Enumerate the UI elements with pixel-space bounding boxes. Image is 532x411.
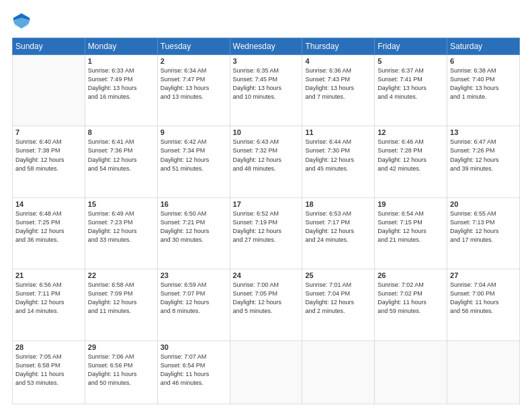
day-info: Sunrise: 6:56 AM Sunset: 7:11 PM Dayligh… [15, 281, 82, 316]
day-info: Sunrise: 6:50 AM Sunset: 7:21 PM Dayligh… [161, 210, 227, 244]
day-info: Sunrise: 6:55 AM Sunset: 7:13 PM Dayligh… [450, 210, 517, 244]
calendar-cell [375, 340, 447, 404]
calendar-cell: 11Sunrise: 6:44 AM Sunset: 7:30 PM Dayli… [302, 126, 375, 197]
day-number: 13 [450, 128, 517, 136]
day-info: Sunrise: 7:01 AM Sunset: 7:04 PM Dayligh… [305, 281, 371, 316]
day-info: Sunrise: 6:52 AM Sunset: 7:19 PM Dayligh… [233, 210, 300, 244]
calendar-cell: 30Sunrise: 7:07 AM Sunset: 6:54 PM Dayli… [157, 340, 230, 404]
day-number: 22 [88, 271, 154, 279]
day-number: 10 [233, 128, 300, 136]
calendar-cell [230, 340, 302, 404]
day-number: 19 [378, 200, 444, 208]
logo [12, 12, 34, 31]
day-info: Sunrise: 6:43 AM Sunset: 7:32 PM Dayligh… [233, 138, 300, 173]
calendar-week-row: 28Sunrise: 7:05 AM Sunset: 6:58 PM Dayli… [13, 340, 520, 404]
header [12, 12, 520, 31]
day-info: Sunrise: 6:35 AM Sunset: 7:45 PM Dayligh… [233, 66, 300, 101]
day-info: Sunrise: 6:40 AM Sunset: 7:38 PM Dayligh… [15, 138, 82, 173]
calendar-cell [302, 340, 375, 404]
day-number: 30 [161, 343, 227, 351]
calendar-cell: 26Sunrise: 7:02 AM Sunset: 7:02 PM Dayli… [375, 269, 447, 340]
day-info: Sunrise: 6:47 AM Sunset: 7:26 PM Dayligh… [450, 138, 517, 173]
day-number: 20 [450, 200, 517, 208]
calendar-week-row: 7Sunrise: 6:40 AM Sunset: 7:38 PM Daylig… [13, 126, 520, 197]
calendar-week-row: 1Sunrise: 6:33 AM Sunset: 7:49 PM Daylig… [13, 55, 520, 126]
day-info: Sunrise: 7:00 AM Sunset: 7:05 PM Dayligh… [233, 281, 300, 316]
day-info: Sunrise: 6:54 AM Sunset: 7:15 PM Dayligh… [378, 210, 444, 244]
calendar-cell: 18Sunrise: 6:53 AM Sunset: 7:17 PM Dayli… [302, 197, 375, 269]
day-info: Sunrise: 6:34 AM Sunset: 7:47 PM Dayligh… [161, 66, 227, 101]
day-number: 6 [450, 57, 517, 65]
day-info: Sunrise: 6:49 AM Sunset: 7:23 PM Dayligh… [88, 210, 154, 244]
day-info: Sunrise: 6:48 AM Sunset: 7:25 PM Dayligh… [15, 210, 82, 244]
calendar-cell: 20Sunrise: 6:55 AM Sunset: 7:13 PM Dayli… [447, 197, 520, 269]
weekday-header-row: SundayMondayTuesdayWednesdayThursdayFrid… [13, 38, 520, 55]
day-info: Sunrise: 6:59 AM Sunset: 7:07 PM Dayligh… [161, 281, 227, 316]
calendar-cell: 28Sunrise: 7:05 AM Sunset: 6:58 PM Dayli… [13, 340, 85, 404]
weekday-header-monday: Monday [85, 38, 157, 55]
calendar-cell: 14Sunrise: 6:48 AM Sunset: 7:25 PM Dayli… [13, 197, 85, 269]
day-number: 16 [161, 200, 227, 208]
calendar-cell: 15Sunrise: 6:49 AM Sunset: 7:23 PM Dayli… [85, 197, 157, 269]
calendar-cell: 13Sunrise: 6:47 AM Sunset: 7:26 PM Dayli… [447, 126, 520, 197]
day-number: 26 [378, 271, 444, 279]
day-number: 1 [88, 57, 154, 65]
day-number: 28 [15, 343, 82, 351]
day-number: 15 [88, 200, 154, 208]
day-number: 3 [233, 57, 300, 65]
calendar-cell: 25Sunrise: 7:01 AM Sunset: 7:04 PM Dayli… [302, 269, 375, 340]
calendar-cell: 19Sunrise: 6:54 AM Sunset: 7:15 PM Dayli… [375, 197, 447, 269]
day-info: Sunrise: 6:36 AM Sunset: 7:43 PM Dayligh… [305, 66, 371, 101]
day-info: Sunrise: 7:06 AM Sunset: 6:56 PM Dayligh… [88, 353, 154, 387]
day-info: Sunrise: 6:44 AM Sunset: 7:30 PM Dayligh… [305, 138, 371, 173]
day-number: 12 [378, 128, 444, 136]
day-info: Sunrise: 6:46 AM Sunset: 7:28 PM Dayligh… [378, 138, 444, 173]
weekday-header-wednesday: Wednesday [230, 38, 302, 55]
day-info: Sunrise: 7:02 AM Sunset: 7:02 PM Dayligh… [378, 281, 444, 316]
calendar-cell: 22Sunrise: 6:58 AM Sunset: 7:09 PM Dayli… [85, 269, 157, 340]
day-info: Sunrise: 6:58 AM Sunset: 7:09 PM Dayligh… [88, 281, 154, 316]
calendar-cell: 6Sunrise: 6:38 AM Sunset: 7:40 PM Daylig… [447, 55, 520, 126]
calendar-week-row: 14Sunrise: 6:48 AM Sunset: 7:25 PM Dayli… [13, 197, 520, 269]
calendar-cell: 12Sunrise: 6:46 AM Sunset: 7:28 PM Dayli… [375, 126, 447, 197]
day-info: Sunrise: 6:37 AM Sunset: 7:41 PM Dayligh… [378, 66, 444, 101]
day-number: 2 [161, 57, 227, 65]
day-info: Sunrise: 7:07 AM Sunset: 6:54 PM Dayligh… [161, 353, 227, 387]
day-number: 29 [88, 343, 154, 351]
calendar-cell [13, 55, 85, 126]
calendar-week-row: 21Sunrise: 6:56 AM Sunset: 7:11 PM Dayli… [13, 269, 520, 340]
calendar-cell: 4Sunrise: 6:36 AM Sunset: 7:43 PM Daylig… [302, 55, 375, 126]
day-number: 7 [15, 128, 82, 136]
calendar-cell: 1Sunrise: 6:33 AM Sunset: 7:49 PM Daylig… [85, 55, 157, 126]
day-number: 27 [450, 271, 517, 279]
logo-icon [12, 12, 31, 31]
weekday-header-saturday: Saturday [447, 38, 520, 55]
calendar-cell: 27Sunrise: 7:04 AM Sunset: 7:00 PM Dayli… [447, 269, 520, 340]
calendar-cell: 9Sunrise: 6:42 AM Sunset: 7:34 PM Daylig… [157, 126, 230, 197]
calendar-cell [447, 340, 520, 404]
weekday-header-thursday: Thursday [302, 38, 375, 55]
calendar-cell: 17Sunrise: 6:52 AM Sunset: 7:19 PM Dayli… [230, 197, 302, 269]
calendar-cell: 29Sunrise: 7:06 AM Sunset: 6:56 PM Dayli… [85, 340, 157, 404]
weekday-header-friday: Friday [375, 38, 447, 55]
day-number: 8 [88, 128, 154, 136]
day-number: 24 [233, 271, 300, 279]
day-info: Sunrise: 7:05 AM Sunset: 6:58 PM Dayligh… [15, 353, 82, 387]
day-number: 25 [305, 271, 371, 279]
day-number: 9 [161, 128, 227, 136]
calendar-cell: 3Sunrise: 6:35 AM Sunset: 7:45 PM Daylig… [230, 55, 302, 126]
day-number: 4 [305, 57, 371, 65]
day-number: 23 [161, 271, 227, 279]
calendar-cell: 2Sunrise: 6:34 AM Sunset: 7:47 PM Daylig… [157, 55, 230, 126]
calendar-cell: 5Sunrise: 6:37 AM Sunset: 7:41 PM Daylig… [375, 55, 447, 126]
calendar-cell: 8Sunrise: 6:41 AM Sunset: 7:36 PM Daylig… [85, 126, 157, 197]
calendar-cell: 24Sunrise: 7:00 AM Sunset: 7:05 PM Dayli… [230, 269, 302, 340]
calendar-cell: 7Sunrise: 6:40 AM Sunset: 7:38 PM Daylig… [13, 126, 85, 197]
day-info: Sunrise: 6:38 AM Sunset: 7:40 PM Dayligh… [450, 66, 517, 101]
day-info: Sunrise: 6:53 AM Sunset: 7:17 PM Dayligh… [305, 210, 371, 244]
day-number: 14 [15, 200, 82, 208]
calendar-cell: 10Sunrise: 6:43 AM Sunset: 7:32 PM Dayli… [230, 126, 302, 197]
day-number: 21 [15, 271, 82, 279]
day-info: Sunrise: 6:33 AM Sunset: 7:49 PM Dayligh… [88, 66, 154, 101]
day-number: 11 [305, 128, 371, 136]
